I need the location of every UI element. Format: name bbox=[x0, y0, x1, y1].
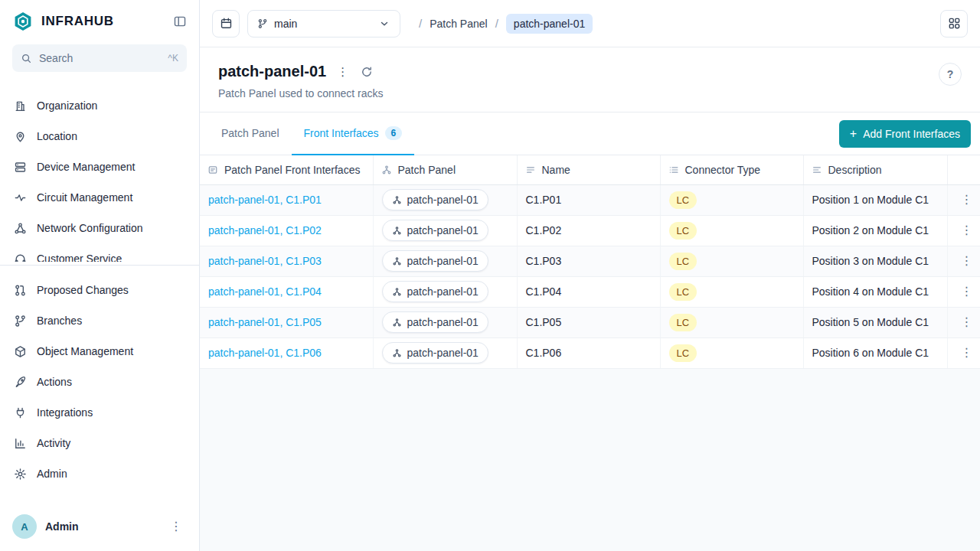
patch-panel-chip[interactable]: patch-panel-01 bbox=[382, 342, 488, 364]
sidebar-item-admin[interactable]: Admin bbox=[0, 458, 199, 489]
breadcrumb-current[interactable]: patch-panel-01 bbox=[506, 14, 593, 34]
relationship-icon bbox=[381, 165, 392, 175]
description-cell: Position 2 on Module C1 bbox=[812, 224, 929, 236]
interface-link[interactable]: patch-panel-01, C1.P05 bbox=[208, 316, 322, 328]
infrahub-logo-icon bbox=[12, 11, 34, 32]
description-cell: Position 4 on Module C1 bbox=[812, 285, 929, 298]
plug-icon bbox=[14, 406, 27, 419]
name-cell: C1.P06 bbox=[526, 347, 562, 359]
tab-patch-panel[interactable]: Patch Panel bbox=[209, 112, 292, 155]
connector-type-badge: LC bbox=[669, 222, 697, 240]
row-menu-button[interactable]: ⋮ bbox=[956, 344, 978, 362]
apps-button[interactable] bbox=[940, 10, 968, 37]
table-row: patch-panel-01, C1.P02 patch-panel-01 C1… bbox=[200, 215, 980, 246]
connector-type-badge: LC bbox=[669, 253, 697, 270]
table-row: patch-panel-01, C1.P05 patch-panel-01 C1… bbox=[200, 307, 980, 337]
sidebar-item-integrations[interactable]: Integrations bbox=[0, 397, 199, 428]
search-icon bbox=[21, 53, 32, 64]
sidebar-nav-primary: Organization Location Device Management … bbox=[0, 80, 199, 262]
search-placeholder: Search bbox=[39, 52, 73, 64]
patch-panel-chip[interactable]: patch-panel-01 bbox=[382, 311, 488, 333]
refresh-button[interactable] bbox=[359, 64, 374, 80]
name-cell: C1.P01 bbox=[526, 194, 562, 206]
sidebar-divider bbox=[0, 265, 199, 266]
hierarchy-icon bbox=[392, 348, 402, 358]
sidebar-item-device-management[interactable]: Device Management bbox=[0, 152, 199, 182]
search-input[interactable]: Search ^K bbox=[12, 44, 187, 72]
row-menu-button[interactable]: ⋮ bbox=[956, 221, 978, 240]
patch-panel-chip[interactable]: patch-panel-01 bbox=[382, 281, 488, 302]
name-cell: C1.P05 bbox=[526, 316, 562, 328]
column-header-description: Description bbox=[803, 155, 947, 184]
front-interfaces-table: Patch Panel Front Interfaces Patch Panel… bbox=[200, 155, 980, 369]
row-menu-button[interactable]: ⋮ bbox=[956, 191, 978, 209]
sidebar-item-actions[interactable]: Actions bbox=[0, 367, 199, 397]
breadcrumb: / Patch Panel / patch-panel-01 bbox=[419, 14, 593, 34]
hierarchy-icon bbox=[392, 318, 402, 328]
branch-selector[interactable]: main bbox=[247, 10, 400, 37]
sidebar-item-activity[interactable]: Activity bbox=[0, 428, 199, 458]
title-menu-button[interactable]: ⋮ bbox=[332, 64, 353, 79]
chart-icon bbox=[14, 437, 27, 450]
user-menu-button[interactable]: ⋮ bbox=[165, 517, 187, 536]
interface-link[interactable]: patch-panel-01, C1.P06 bbox=[208, 347, 322, 359]
timeframe-button[interactable] bbox=[212, 10, 240, 37]
rocket-icon bbox=[14, 376, 27, 389]
patch-panel-chip[interactable]: patch-panel-01 bbox=[382, 189, 488, 210]
search-shortcut: ^K bbox=[168, 53, 178, 64]
patch-panel-chip[interactable]: patch-panel-01 bbox=[382, 220, 488, 241]
sidebar-collapse-button[interactable] bbox=[173, 15, 187, 28]
description-cell: Position 3 on Module C1 bbox=[812, 255, 929, 267]
sidebar-item-network-configuration[interactable]: Network Configuration bbox=[0, 213, 199, 243]
user-name: Admin bbox=[45, 520, 79, 533]
cube-icon bbox=[14, 345, 27, 358]
avatar: A bbox=[12, 514, 37, 539]
sidebar-item-object-management[interactable]: Object Management bbox=[0, 336, 199, 367]
row-menu-button[interactable]: ⋮ bbox=[956, 313, 978, 331]
breadcrumb-item-patch-panel[interactable]: Patch Panel bbox=[430, 18, 488, 30]
sidebar-item-label: Branches bbox=[37, 315, 82, 327]
patch-panel-chip[interactable]: patch-panel-01 bbox=[382, 250, 488, 272]
hierarchy-icon bbox=[392, 256, 402, 266]
sidebar-item-label: Device Management bbox=[37, 161, 135, 173]
sidebar-item-label: Network Configuration bbox=[37, 222, 143, 234]
connector-type-badge: LC bbox=[669, 191, 697, 209]
name-cell: C1.P02 bbox=[526, 224, 562, 236]
network-icon bbox=[14, 222, 27, 235]
sidebar-item-customer-service[interactable]: Customer Service bbox=[0, 243, 199, 262]
interface-link[interactable]: patch-panel-01, C1.P03 bbox=[208, 255, 322, 267]
sidebar-item-proposed-changes[interactable]: Proposed Changes bbox=[0, 275, 199, 305]
add-front-interfaces-button[interactable]: + Add Front Interfaces bbox=[839, 120, 971, 148]
sidebar-item-label: Circuit Management bbox=[37, 191, 132, 204]
description-cell: Position 5 on Module C1 bbox=[812, 316, 929, 328]
name-cell: C1.P04 bbox=[526, 285, 562, 298]
sidebar-item-branches[interactable]: Branches bbox=[0, 305, 199, 336]
sidebar-item-organization[interactable]: Organization bbox=[0, 90, 199, 121]
row-menu-button[interactable]: ⋮ bbox=[956, 252, 978, 270]
breadcrumb-separator: / bbox=[419, 17, 422, 30]
user-row: A Admin ⋮ bbox=[0, 504, 199, 551]
sidebar-item-location[interactable]: Location bbox=[0, 121, 199, 152]
sidebar-item-label: Actions bbox=[37, 376, 72, 388]
sidebar-item-label: Integrations bbox=[37, 406, 93, 419]
connector-type-badge: LC bbox=[669, 283, 697, 301]
table-header-row: Patch Panel Front Interfaces Patch Panel… bbox=[200, 155, 980, 184]
interface-link[interactable]: patch-panel-01, C1.P02 bbox=[208, 224, 322, 236]
app-root: INFRAHUB Search ^K Organization Location bbox=[0, 0, 980, 551]
git-branch-icon bbox=[14, 315, 27, 328]
git-branch-icon bbox=[257, 18, 268, 29]
breadcrumb-separator: / bbox=[495, 17, 498, 30]
branch-name: main bbox=[274, 18, 297, 30]
tab-front-interfaces[interactable]: Front Interfaces 6 bbox=[292, 112, 415, 155]
row-menu-button[interactable]: ⋮ bbox=[956, 282, 978, 301]
brand-name: INFRAHUB bbox=[41, 14, 165, 29]
sidebar-item-circuit-management[interactable]: Circuit Management bbox=[0, 182, 199, 213]
interface-link[interactable]: patch-panel-01, C1.P04 bbox=[208, 285, 322, 298]
sidebar-item-label: Location bbox=[37, 130, 77, 142]
content-spacer bbox=[200, 369, 980, 551]
table-row: patch-panel-01, C1.P03 patch-panel-01 C1… bbox=[200, 246, 980, 276]
help-button[interactable]: ? bbox=[939, 63, 962, 86]
card-icon bbox=[207, 165, 218, 175]
add-button-label: Add Front Interfaces bbox=[863, 128, 960, 140]
interface-link[interactable]: patch-panel-01, C1.P01 bbox=[208, 194, 322, 206]
